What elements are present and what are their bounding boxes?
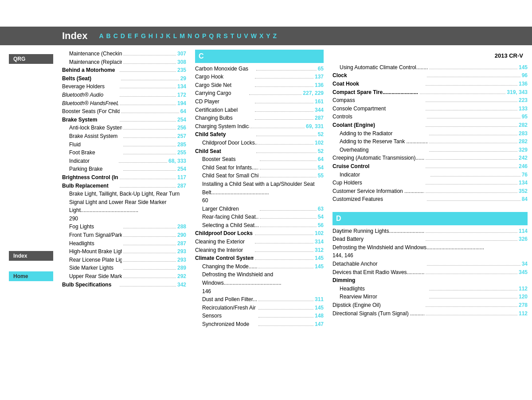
entry-page-ref: 227, 229 xyxy=(303,89,324,98)
list-item: Compact Spare Tire......................… xyxy=(332,88,528,97)
entry-text: Coolant (Engine) xyxy=(332,121,424,129)
alpha-link-v[interactable]: V xyxy=(244,32,248,39)
alpha-link-w[interactable]: W xyxy=(251,32,257,39)
entry-dots xyxy=(123,261,176,262)
entry-text: Coat Hook xyxy=(332,80,424,88)
entry-page-ref: 290 xyxy=(69,215,78,223)
list-item: Upper Rear Side Marker/Taillight........… xyxy=(62,272,186,281)
entry-page-ref: 246 xyxy=(519,162,528,171)
alpha-link-l[interactable]: L xyxy=(173,32,177,39)
entry-dots xyxy=(255,78,313,78)
entry-text: Cargo Side Net xyxy=(195,81,254,90)
alpha-link-e[interactable]: E xyxy=(128,32,132,39)
entry-text: Booster Seats xyxy=(202,155,258,164)
entry-text: Carrying Cargo xyxy=(195,89,248,98)
alpha-link-s[interactable]: S xyxy=(223,32,227,39)
alpha-link-k[interactable]: K xyxy=(166,32,171,39)
entry-dots xyxy=(249,94,302,95)
entry-dots xyxy=(256,70,316,71)
list-item: Brightness Control (Instrument Panel)...… xyxy=(62,173,186,182)
entry-page-ref: 145 xyxy=(315,263,324,271)
entry-page-ref: 95 xyxy=(522,113,528,121)
list-item: Belts (Seat)29 xyxy=(62,75,186,83)
alpha-link-b[interactable]: B xyxy=(106,32,111,39)
alpha-link-f[interactable]: F xyxy=(134,32,138,39)
entry-text: Rearview Mirror xyxy=(340,293,428,301)
entry-dots xyxy=(426,184,517,184)
entry-page-ref: 117 xyxy=(177,173,186,182)
entry-page-ref: 144, 146 xyxy=(332,251,353,260)
entry-dots xyxy=(426,126,517,127)
entry-text: Bulb Specifications xyxy=(62,281,118,289)
entry-text: Detachable Anchor xyxy=(332,260,426,268)
alpha-link-r[interactable]: R xyxy=(216,32,221,39)
alphabet-nav: ABCDEFGHIJKLMNOPQRSTUVWXYZ xyxy=(99,32,279,40)
entry-dots xyxy=(255,103,313,103)
entry-page-ref: 288 xyxy=(177,223,186,231)
entry-page-ref: 145 xyxy=(315,304,324,312)
entry-text: Dead Battery xyxy=(332,235,424,243)
alpha-link-q[interactable]: Q xyxy=(209,32,214,39)
entry-text: Side Marker Lights xyxy=(69,264,122,272)
entry-page-ref: 307 xyxy=(177,50,186,58)
entry-dots xyxy=(120,88,176,88)
crv-label: 2013 CR-V xyxy=(332,50,528,63)
entry-text: Dust and Pollen Filter..................… xyxy=(202,295,257,304)
list-item: Carbon Monoxide Gas65 xyxy=(195,65,324,73)
list-item: Cargo Side Net136 xyxy=(195,81,324,90)
entry-page-ref: 282 xyxy=(519,137,528,146)
alpha-link-y[interactable]: Y xyxy=(266,32,270,39)
alpha-link-x[interactable]: X xyxy=(259,32,263,39)
entry-page-ref: 289 xyxy=(177,264,186,272)
entry-page-ref: 102 xyxy=(315,139,324,147)
alpha-link-n[interactable]: N xyxy=(188,32,192,39)
alpha-link-m[interactable]: M xyxy=(180,32,185,39)
alpha-link-u[interactable]: U xyxy=(237,32,241,39)
entry-page-ref: 292 xyxy=(177,272,186,281)
alpha-link-p[interactable]: P xyxy=(202,32,206,39)
list-item: Customized Features84 xyxy=(332,195,528,204)
entry-dots xyxy=(427,200,520,201)
entry-dots xyxy=(260,161,316,161)
entry-page-ref: 112 xyxy=(519,310,528,318)
entry-dots xyxy=(120,96,176,97)
list-item: Anti-lock Brake System (ABS)............… xyxy=(62,124,186,132)
list-item: Front Turn Signal/Parking Light ........… xyxy=(62,231,186,239)
entry-text: Changing the Mode.......................… xyxy=(202,263,257,271)
list-item: Controls95 xyxy=(332,113,528,121)
index-badge[interactable]: Index xyxy=(9,251,53,261)
list-item: Clock96 xyxy=(332,71,528,80)
alpha-link-a[interactable]: A xyxy=(99,32,103,39)
list-item: Compass223 xyxy=(332,96,528,105)
alpha-link-t[interactable]: T xyxy=(231,32,235,39)
list-item: Brake System254 xyxy=(62,116,186,124)
entry-text: Larger Children xyxy=(202,205,258,213)
alpha-link-d[interactable]: D xyxy=(121,32,125,39)
entry-text: Adding to the Reserve Tank .............… xyxy=(340,137,428,146)
section-d-header: D xyxy=(332,212,528,225)
entry-text: Booster Seats (For Children) xyxy=(62,107,120,116)
entry-page-ref: 52 xyxy=(318,147,324,156)
alpha-link-z[interactable]: Z xyxy=(273,32,277,39)
entry-dots xyxy=(429,290,517,290)
col-left: Maintenance (Checking the Battery) .....… xyxy=(58,50,191,400)
list-item: Foot Brake255 xyxy=(62,149,186,157)
list-item: Synchronized Mode147 xyxy=(195,320,324,329)
alpha-link-i[interactable]: I xyxy=(156,32,157,39)
entry-dots xyxy=(255,243,313,243)
entry-text: Childproof Door Locks...................… xyxy=(202,139,257,147)
alpha-link-j[interactable]: J xyxy=(160,32,164,39)
qrg-badge[interactable]: QRG xyxy=(9,54,53,64)
alpha-link-c[interactable]: C xyxy=(113,32,118,39)
list-item: Charging System Indicator69, 331 xyxy=(195,122,324,131)
list-item: Changing Bulbs287 xyxy=(195,114,324,122)
list-item: Cargo Hook137 xyxy=(195,73,324,81)
alpha-link-h[interactable]: H xyxy=(149,32,153,39)
entry-dots xyxy=(255,259,313,260)
home-badge[interactable]: Home xyxy=(9,271,53,281)
alpha-link-g[interactable]: G xyxy=(141,32,146,39)
alpha-link-o[interactable]: O xyxy=(195,32,200,39)
entry-page-ref: 146 xyxy=(202,287,211,296)
list-item: Larger Children63 xyxy=(195,205,324,213)
entry-dots xyxy=(258,325,313,326)
